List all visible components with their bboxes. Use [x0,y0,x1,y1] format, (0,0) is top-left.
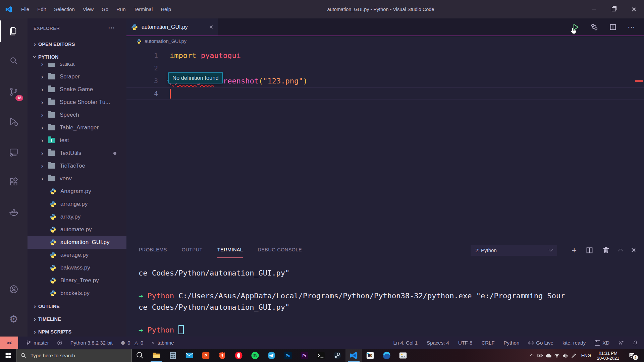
more-actions-icon[interactable]: ⋯ [108,24,115,32]
panel-tab-problems[interactable]: PROBLEMS [139,242,167,258]
taskbar-opera-icon[interactable] [230,349,247,362]
taskbar-steam-icon[interactable] [329,349,345,362]
sync-loop-icon[interactable] [590,23,598,31]
file-item-bakwass-py[interactable]: bakwass.py [28,261,126,274]
split-terminal-icon[interactable] [586,246,593,254]
tray-expand-icon[interactable] [528,353,536,358]
split-editor-icon[interactable] [609,23,617,31]
close-button[interactable] [624,0,644,18]
status-feedback[interactable] [619,340,624,345]
taskbar-photos-icon[interactable] [395,349,411,362]
start-button[interactable] [0,349,16,362]
status-python[interactable]: Python [504,340,520,346]
file-item-array-py[interactable]: array.py [28,210,126,223]
folder-item-saikat[interactable]: ›saikat [28,63,126,70]
activity-explorer-icon[interactable] [0,20,28,42]
status-go-live[interactable]: Go Live [528,340,553,346]
taskbar-mail-icon[interactable] [181,349,198,362]
taskbar-search-icon[interactable] [132,349,148,362]
minimize-button[interactable] [584,0,604,18]
panel-tab-output[interactable]: OUTPUT [182,242,203,258]
taskbar-telegram-icon[interactable] [263,349,280,362]
menu-terminal[interactable]: Terminal [130,0,157,18]
taskbar-brave-icon[interactable] [214,349,230,362]
folder-item-textutils[interactable]: ›TextUtils [28,147,126,160]
status-spaces-4[interactable]: Spaces: 4 [427,340,449,346]
taskbar-persepolis-icon[interactable]: P [198,349,214,362]
breadcrumb[interactable]: automation_GUI.py [126,36,644,46]
status-utf-8[interactable]: UTF-8 [458,340,473,346]
activity-docker-icon[interactable] [0,201,28,223]
section-outline[interactable]: › OUTLINE [28,300,126,313]
taskbar-cmd-icon[interactable] [313,349,329,362]
folder-item-tictactoe[interactable]: ›TicTacToe [28,160,126,172]
wifi-icon[interactable] [553,353,561,358]
restore-button[interactable] [604,0,624,18]
new-terminal-icon[interactable]: + [572,246,577,254]
status-crlf[interactable]: CRLF [481,340,494,346]
action-center-icon[interactable]: 4 [627,353,636,358]
code-editor[interactable]: 1import pyautogui23pyautogui.screenshot(… [126,46,644,242]
folder-item-test[interactable]: ›test [28,134,126,147]
search-input[interactable] [30,352,128,359]
file-item-average-py[interactable]: average.py [28,249,126,261]
status-kite-ready[interactable]: kite: ready [562,340,586,346]
run-button[interactable] [572,23,580,31]
kill-terminal-icon[interactable] [602,246,610,254]
panel-tab-terminal[interactable]: TERMINAL [217,242,243,258]
taskbar-spotify-icon[interactable] [247,349,263,362]
activity-extensions-icon[interactable] [0,171,28,192]
activity-search-icon[interactable] [0,50,28,71]
remote-indicator[interactable]: >< [0,337,18,349]
status-bell[interactable] [633,340,638,346]
taskbar-calculator-icon[interactable] [165,349,181,362]
tab-close-icon[interactable] [209,25,213,29]
taskbar-file-explorer-icon[interactable] [148,349,165,362]
menu-edit[interactable]: Edit [33,0,50,18]
clock[interactable]: 01:31 PM 20-03-2021 [594,351,623,361]
folder-item-scraper[interactable]: ›Scraper [28,70,126,83]
status-0[interactable]: ⊗0 [121,340,130,346]
menu-file[interactable]: File [17,0,33,18]
battery-icon[interactable] [536,353,544,358]
maximize-panel-icon[interactable] [618,248,623,253]
section-npm-scripts[interactable]: › NPM SCRIPTS [28,325,126,337]
taskbar-photoshop-icon[interactable]: Ps [280,349,296,362]
taskbar-premiere-icon[interactable]: Pr [296,349,313,362]
menu-help[interactable]: Help [157,0,175,18]
language-indicator[interactable]: ENG [581,353,591,358]
file-item-brackets-py[interactable]: brackets.py [28,287,126,300]
folder-item-snake-game[interactable]: ›Snake Game [28,83,126,96]
taskbar-search-box[interactable] [16,349,132,362]
folder-item-speech[interactable]: ›Speech [28,109,126,121]
status-tabnine[interactable]: tabnine [151,340,174,346]
file-item-arrange-py[interactable]: arrange.py [28,198,126,210]
folder-item-venv[interactable]: ›venv [28,172,126,185]
status-0[interactable]: △0 [135,340,144,346]
menu-go[interactable]: Go [98,0,112,18]
close-panel-icon[interactable] [631,248,636,252]
taskbar-widget-90-icon[interactable]: 90 [362,349,378,362]
onedrive-cloud-icon[interactable] [544,353,553,358]
tab-automation-gui[interactable]: automation_GUI.py [126,18,218,36]
windows-ink-pen-icon[interactable] [570,353,578,358]
taskbar-vscode-icon[interactable] [345,349,362,362]
volume-icon[interactable] [561,353,570,358]
status-ln-4-col-1[interactable]: Ln 4, Col 1 [393,340,418,346]
panel-tab-debug-console[interactable]: DEBUG CONSOLE [258,242,302,258]
menu-view[interactable]: View [79,0,98,18]
section-python-workspace[interactable]: › PYTHON [28,51,126,63]
terminal-shell-select[interactable]: 2: Python [471,245,557,256]
file-item-automation-gui-py[interactable]: automation_GUI.py [28,236,126,249]
more-actions-icon[interactable]: ⋯ [628,23,635,32]
status-python-3-8-2-32-bit[interactable]: Python 3.8.2 32-bit [70,340,113,346]
activity-account-icon[interactable] [0,279,28,300]
menu-run[interactable]: Run [112,0,130,18]
activity-settings-icon[interactable]: ⚙ [0,308,28,330]
terminal-output[interactable]: ce Codes/Python/automation_GUI.py" → Pyt… [126,258,644,337]
menu-selection[interactable]: Selection [50,0,79,18]
folder-item-table-arranger[interactable]: ›Table_Arranger [28,121,126,134]
file-item-binary-tree-py[interactable]: Binary_Tree.py [28,274,126,287]
show-desktop-button[interactable] [640,349,642,362]
taskbar-browser-icon[interactable] [378,349,395,362]
